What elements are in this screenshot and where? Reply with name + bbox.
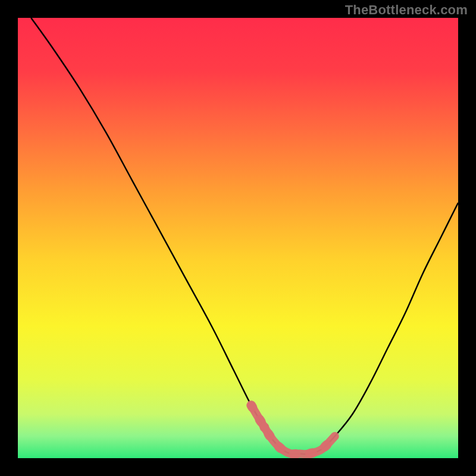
optimal-range-dot: [259, 422, 269, 432]
app-frame: TheBottleneck.com: [0, 0, 476, 476]
bottleneck-chart: [18, 18, 458, 458]
chart-background: [18, 18, 458, 458]
watermark-text: TheBottleneck.com: [345, 2, 468, 18]
optimal-range-dot: [247, 401, 255, 409]
chart-svg: [18, 18, 458, 458]
